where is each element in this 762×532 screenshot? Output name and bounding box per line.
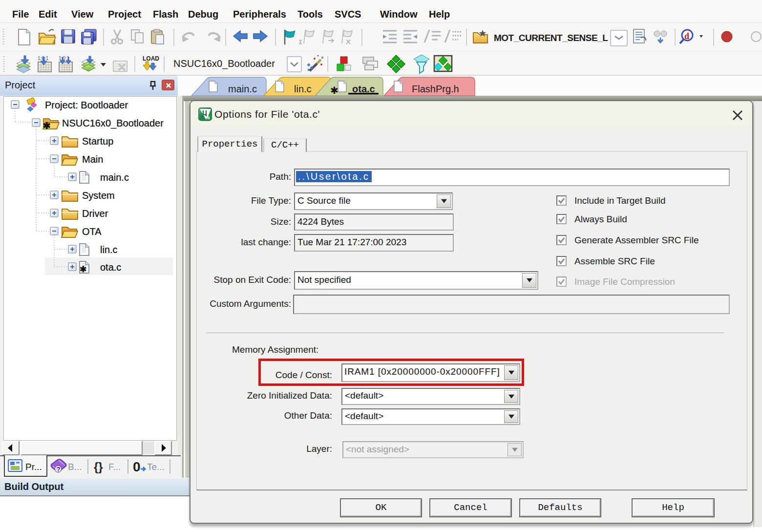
svg-text:main.c: main.c xyxy=(228,84,257,94)
svg-text:d: d xyxy=(684,31,689,41)
svg-text:MOT_CURRENT_SENSE_L: MOT_CURRENT_SENSE_L xyxy=(494,33,608,43)
svg-text:Pr...: Pr... xyxy=(25,462,42,472)
svg-text:LOAD: LOAD xyxy=(143,55,159,62)
svg-text:ota.c: ota.c xyxy=(352,84,375,94)
svg-text:lin.c: lin.c xyxy=(294,84,312,94)
svg-text:FlashPrg.h: FlashPrg.h xyxy=(412,84,459,94)
svg-text:F...: F... xyxy=(108,462,121,472)
svg-text:NSUC16x0_Bootloader: NSUC16x0_Bootloader xyxy=(173,58,275,69)
svg-text:?: ? xyxy=(57,466,61,473)
svg-text:✱: ✱ xyxy=(43,121,51,131)
svg-text:Te...: Te... xyxy=(147,462,165,472)
svg-text:✱: ✱ xyxy=(330,85,339,96)
svg-text:✱: ✱ xyxy=(80,265,86,274)
svg-text:0: 0 xyxy=(133,459,141,474)
svg-text:B...: B... xyxy=(68,462,82,472)
svg-text:s: s xyxy=(207,115,210,120)
svg-text:{}: {} xyxy=(94,460,103,473)
